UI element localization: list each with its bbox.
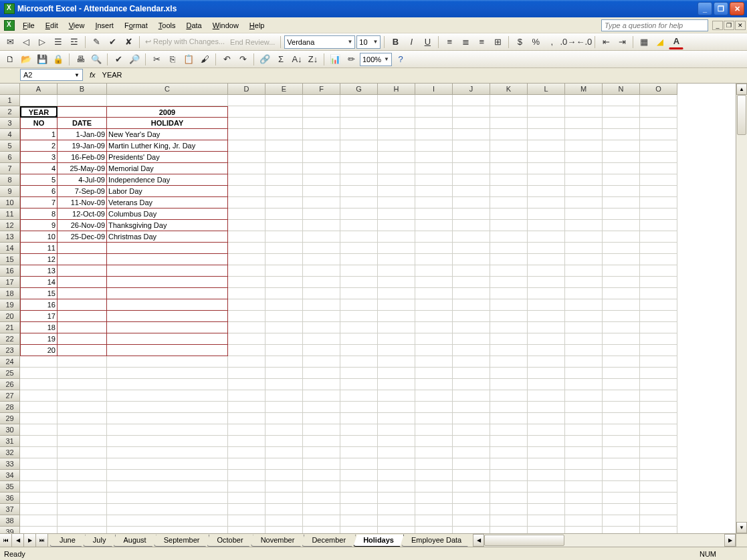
cell-C11[interactable]: Columbus Day xyxy=(107,208,228,220)
cell-L3[interactable] xyxy=(528,118,565,129)
cell-D2[interactable] xyxy=(228,106,265,118)
cell-E26[interactable] xyxy=(265,379,303,390)
formula-input[interactable] xyxy=(100,69,745,81)
cell-M6[interactable] xyxy=(565,152,603,163)
cell-B31[interactable] xyxy=(58,436,107,447)
cell-G31[interactable] xyxy=(340,436,378,447)
cell-G13[interactable] xyxy=(340,231,378,243)
cell-J32[interactable] xyxy=(453,447,490,458)
cell-J29[interactable] xyxy=(453,413,490,424)
italic-button[interactable]: I xyxy=(404,35,419,49)
cell-L22[interactable] xyxy=(528,333,565,345)
decrease-indent-button[interactable]: ⇤ xyxy=(599,35,613,49)
hscroll-thumb[interactable] xyxy=(484,535,564,546)
cell-O16[interactable] xyxy=(640,265,677,277)
track-changes-icon[interactable]: ✎ xyxy=(89,35,104,49)
fill-color-button[interactable]: ◢ xyxy=(653,35,667,49)
cell-N2[interactable] xyxy=(603,106,640,118)
cell-N27[interactable] xyxy=(603,390,640,402)
cell-K1[interactable] xyxy=(490,95,528,106)
column-header-L[interactable]: L xyxy=(528,84,565,95)
cell-I27[interactable] xyxy=(415,390,453,402)
cut-icon[interactable]: ✂ xyxy=(149,52,164,67)
cell-E17[interactable] xyxy=(265,277,303,288)
cell-I9[interactable] xyxy=(415,186,453,197)
cell-O7[interactable] xyxy=(640,163,677,174)
cell-D35[interactable] xyxy=(228,481,265,493)
cell-G20[interactable] xyxy=(340,311,378,322)
prev-comment-icon[interactable]: ◁ xyxy=(19,35,33,49)
cell-J3[interactable] xyxy=(453,118,490,129)
cell-C33[interactable] xyxy=(107,458,228,470)
cell-M18[interactable] xyxy=(565,288,603,299)
cell-I7[interactable] xyxy=(415,163,453,174)
cell-E4[interactable] xyxy=(265,129,303,140)
row-header-18[interactable]: 18 xyxy=(0,288,20,299)
cell-E6[interactable] xyxy=(265,152,303,163)
cell-E34[interactable] xyxy=(265,470,303,481)
cell-L36[interactable] xyxy=(528,493,565,504)
cell-C37[interactable] xyxy=(107,504,228,515)
cell-G12[interactable] xyxy=(340,220,378,231)
column-header-B[interactable]: B xyxy=(58,84,107,95)
cell-F20[interactable] xyxy=(303,311,340,322)
menu-tools[interactable]: Tools xyxy=(153,19,181,31)
cell-I21[interactable] xyxy=(415,322,453,333)
cell-O25[interactable] xyxy=(640,368,677,379)
cell-O38[interactable] xyxy=(640,515,677,527)
cell-A32[interactable] xyxy=(20,447,58,458)
row-header-12[interactable]: 12 xyxy=(0,220,20,231)
menu-window[interactable]: Window xyxy=(207,19,244,31)
cell-M28[interactable] xyxy=(565,402,603,413)
cell-B10[interactable]: 11-Nov-09 xyxy=(58,197,107,208)
cell-G11[interactable] xyxy=(340,208,378,220)
cell-J18[interactable] xyxy=(453,288,490,299)
sort-desc-icon[interactable]: Z↓ xyxy=(306,52,320,67)
vscroll-track[interactable] xyxy=(736,95,747,522)
cell-C39[interactable] xyxy=(107,527,228,533)
cell-O26[interactable] xyxy=(640,379,677,390)
cell-J34[interactable] xyxy=(453,470,490,481)
cell-B37[interactable] xyxy=(58,504,107,515)
spelling-icon[interactable]: ✔ xyxy=(111,52,126,67)
cell-J9[interactable] xyxy=(453,186,490,197)
increase-decimal-button[interactable]: .0→ xyxy=(560,35,575,49)
cell-N18[interactable] xyxy=(603,288,640,299)
cell-G4[interactable] xyxy=(340,129,378,140)
cell-B18[interactable] xyxy=(58,288,107,299)
cell-L34[interactable] xyxy=(528,470,565,481)
currency-button[interactable]: $ xyxy=(512,35,527,49)
cell-E39[interactable] xyxy=(265,527,303,533)
cell-B8[interactable]: 4-Jul-09 xyxy=(58,174,107,186)
help-icon[interactable]: ? xyxy=(393,52,408,67)
cell-A7[interactable]: 4 xyxy=(20,163,58,174)
cell-I31[interactable] xyxy=(415,436,453,447)
cell-L19[interactable] xyxy=(528,299,565,311)
cell-E22[interactable] xyxy=(265,333,303,345)
cell-L20[interactable] xyxy=(528,311,565,322)
cell-L8[interactable] xyxy=(528,174,565,186)
cell-D34[interactable] xyxy=(228,470,265,481)
cell-O33[interactable] xyxy=(640,458,677,470)
cell-L26[interactable] xyxy=(528,379,565,390)
cell-A18[interactable]: 15 xyxy=(20,288,58,299)
cell-J37[interactable] xyxy=(453,504,490,515)
cell-G17[interactable] xyxy=(340,277,378,288)
cell-L4[interactable] xyxy=(528,129,565,140)
cell-I2[interactable] xyxy=(415,106,453,118)
cell-I11[interactable] xyxy=(415,208,453,220)
window-minimize-button[interactable]: _ xyxy=(698,2,712,15)
cell-B34[interactable] xyxy=(58,470,107,481)
cell-H16[interactable] xyxy=(378,265,415,277)
cell-A30[interactable] xyxy=(20,424,58,436)
doc-minimize-button[interactable]: _ xyxy=(712,21,723,30)
cell-J19[interactable] xyxy=(453,299,490,311)
cell-I1[interactable] xyxy=(415,95,453,106)
cell-G2[interactable] xyxy=(340,106,378,118)
borders-button[interactable]: ▦ xyxy=(637,35,651,49)
row-header-4[interactable]: 4 xyxy=(0,129,20,140)
cell-M20[interactable] xyxy=(565,311,603,322)
cell-J17[interactable] xyxy=(453,277,490,288)
cell-D4[interactable] xyxy=(228,129,265,140)
cell-I12[interactable] xyxy=(415,220,453,231)
